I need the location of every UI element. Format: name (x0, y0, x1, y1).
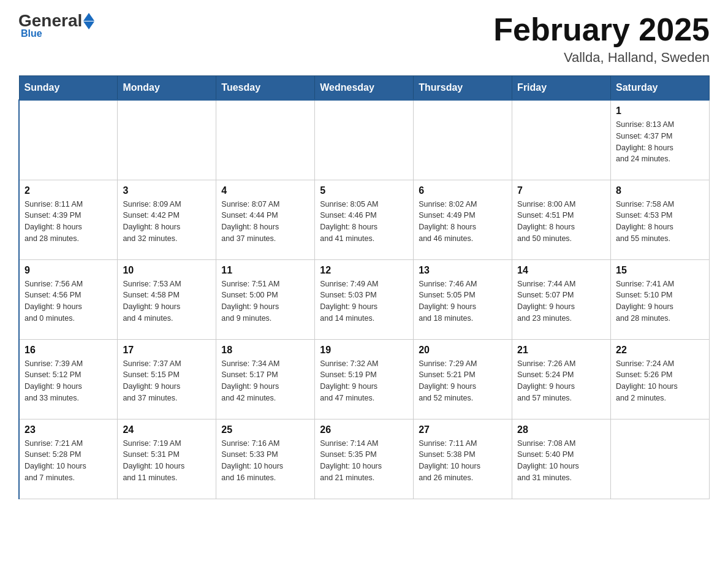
day-number: 9 (25, 265, 112, 276)
day-info: Sunrise: 7:37 AM Sunset: 5:15 PM Dayligh… (123, 358, 211, 404)
page-header: General Blue February 2025 Vallda, Halla… (18, 12, 710, 66)
location: Vallda, Halland, Sweden (493, 50, 710, 66)
header-row: SundayMondayTuesdayWednesdayThursdayFrid… (19, 76, 710, 101)
day-info: Sunrise: 7:51 AM Sunset: 5:00 PM Dayligh… (221, 278, 309, 324)
day-info: Sunrise: 7:53 AM Sunset: 4:58 PM Dayligh… (123, 278, 211, 324)
day-number: 22 (616, 345, 704, 356)
title-block: February 2025 Vallda, Halland, Sweden (493, 12, 710, 66)
logo-general: General (18, 12, 82, 29)
header-cell-sunday: Sunday (19, 76, 118, 101)
day-number: 23 (25, 424, 112, 435)
day-cell (512, 100, 611, 180)
day-cell: 7Sunrise: 8:00 AM Sunset: 4:51 PM Daylig… (512, 180, 611, 259)
day-info: Sunrise: 7:19 AM Sunset: 5:31 PM Dayligh… (123, 438, 211, 484)
day-number: 13 (419, 265, 507, 276)
day-number: 26 (320, 424, 408, 435)
week-row-4: 16Sunrise: 7:39 AM Sunset: 5:12 PM Dayli… (19, 339, 710, 419)
logo-triangle-down (83, 21, 94, 29)
day-number: 10 (123, 265, 211, 276)
day-info: Sunrise: 7:44 AM Sunset: 5:07 PM Dayligh… (517, 278, 605, 324)
day-number: 25 (221, 424, 309, 435)
day-cell: 18Sunrise: 7:34 AM Sunset: 5:17 PM Dayli… (216, 339, 315, 419)
calendar-header: SundayMondayTuesdayWednesdayThursdayFrid… (19, 76, 710, 101)
day-cell: 28Sunrise: 7:08 AM Sunset: 5:40 PM Dayli… (512, 419, 611, 499)
day-number: 1 (616, 105, 704, 117)
day-info: Sunrise: 7:58 AM Sunset: 4:53 PM Dayligh… (616, 199, 704, 245)
day-info: Sunrise: 7:32 AM Sunset: 5:19 PM Dayligh… (320, 358, 408, 404)
day-cell: 22Sunrise: 7:24 AM Sunset: 5:26 PM Dayli… (611, 339, 710, 419)
day-cell: 25Sunrise: 7:16 AM Sunset: 5:33 PM Dayli… (216, 419, 315, 499)
day-info: Sunrise: 8:11 AM Sunset: 4:39 PM Dayligh… (25, 199, 112, 245)
day-cell: 12Sunrise: 7:49 AM Sunset: 5:03 PM Dayli… (315, 259, 414, 339)
day-cell: 16Sunrise: 7:39 AM Sunset: 5:12 PM Dayli… (19, 339, 118, 419)
day-number: 27 (419, 424, 507, 435)
day-number: 12 (320, 265, 408, 276)
header-cell-friday: Friday (512, 76, 611, 101)
day-info: Sunrise: 8:07 AM Sunset: 4:44 PM Dayligh… (221, 199, 309, 245)
day-number: 15 (616, 265, 704, 276)
header-cell-wednesday: Wednesday (315, 76, 414, 101)
day-cell: 20Sunrise: 7:29 AM Sunset: 5:21 PM Dayli… (414, 339, 512, 419)
day-cell: 27Sunrise: 7:11 AM Sunset: 5:38 PM Dayli… (414, 419, 512, 499)
day-cell (414, 100, 512, 180)
day-number: 4 (221, 185, 309, 196)
day-info: Sunrise: 7:49 AM Sunset: 5:03 PM Dayligh… (320, 278, 408, 324)
day-cell: 5Sunrise: 8:05 AM Sunset: 4:46 PM Daylig… (315, 180, 414, 259)
header-cell-monday: Monday (118, 76, 216, 101)
day-info: Sunrise: 7:34 AM Sunset: 5:17 PM Dayligh… (221, 358, 309, 404)
day-info: Sunrise: 7:41 AM Sunset: 5:10 PM Dayligh… (616, 278, 704, 324)
day-cell: 14Sunrise: 7:44 AM Sunset: 5:07 PM Dayli… (512, 259, 611, 339)
day-cell: 9Sunrise: 7:56 AM Sunset: 4:56 PM Daylig… (19, 259, 118, 339)
day-info: Sunrise: 7:39 AM Sunset: 5:12 PM Dayligh… (25, 358, 112, 404)
day-cell (118, 100, 216, 180)
day-number: 5 (320, 185, 408, 196)
logo-blue: Blue (21, 28, 42, 39)
day-cell: 26Sunrise: 7:14 AM Sunset: 5:35 PM Dayli… (315, 419, 414, 499)
day-cell: 11Sunrise: 7:51 AM Sunset: 5:00 PM Dayli… (216, 259, 315, 339)
week-row-1: 1Sunrise: 8:13 AM Sunset: 4:37 PM Daylig… (19, 100, 710, 180)
week-row-3: 9Sunrise: 7:56 AM Sunset: 4:56 PM Daylig… (19, 259, 710, 339)
week-row-5: 23Sunrise: 7:21 AM Sunset: 5:28 PM Dayli… (19, 419, 710, 499)
day-cell (315, 100, 414, 180)
calendar-table: SundayMondayTuesdayWednesdayThursdayFrid… (18, 75, 710, 499)
day-info: Sunrise: 8:13 AM Sunset: 4:37 PM Dayligh… (616, 119, 704, 165)
day-cell: 2Sunrise: 8:11 AM Sunset: 4:39 PM Daylig… (19, 180, 118, 259)
day-number: 2 (25, 185, 112, 196)
day-info: Sunrise: 8:00 AM Sunset: 4:51 PM Dayligh… (517, 199, 605, 245)
day-cell: 6Sunrise: 8:02 AM Sunset: 4:49 PM Daylig… (414, 180, 512, 259)
day-info: Sunrise: 8:02 AM Sunset: 4:49 PM Dayligh… (419, 199, 507, 245)
day-cell (611, 419, 710, 499)
day-cell: 3Sunrise: 8:09 AM Sunset: 4:42 PM Daylig… (118, 180, 216, 259)
day-cell: 24Sunrise: 7:19 AM Sunset: 5:31 PM Dayli… (118, 419, 216, 499)
day-cell: 17Sunrise: 7:37 AM Sunset: 5:15 PM Dayli… (118, 339, 216, 419)
day-info: Sunrise: 7:29 AM Sunset: 5:21 PM Dayligh… (419, 358, 507, 404)
day-info: Sunrise: 7:16 AM Sunset: 5:33 PM Dayligh… (221, 438, 309, 484)
day-number: 11 (221, 265, 309, 276)
day-number: 16 (25, 345, 112, 356)
day-number: 8 (616, 185, 704, 196)
day-cell (19, 100, 118, 180)
day-cell: 15Sunrise: 7:41 AM Sunset: 5:10 PM Dayli… (611, 259, 710, 339)
day-number: 3 (123, 185, 211, 196)
day-info: Sunrise: 7:46 AM Sunset: 5:05 PM Dayligh… (419, 278, 507, 324)
day-cell: 4Sunrise: 8:07 AM Sunset: 4:44 PM Daylig… (216, 180, 315, 259)
day-number: 19 (320, 345, 408, 356)
header-cell-saturday: Saturday (611, 76, 710, 101)
day-number: 18 (221, 345, 309, 356)
day-number: 28 (517, 424, 605, 435)
day-info: Sunrise: 7:24 AM Sunset: 5:26 PM Dayligh… (616, 358, 704, 404)
day-number: 21 (517, 345, 605, 356)
day-cell: 23Sunrise: 7:21 AM Sunset: 5:28 PM Dayli… (19, 419, 118, 499)
day-number: 17 (123, 345, 211, 356)
day-info: Sunrise: 7:11 AM Sunset: 5:38 PM Dayligh… (419, 438, 507, 484)
week-row-2: 2Sunrise: 8:11 AM Sunset: 4:39 PM Daylig… (19, 180, 710, 259)
header-cell-tuesday: Tuesday (216, 76, 315, 101)
logo-triangle-up (83, 13, 94, 21)
day-number: 24 (123, 424, 211, 435)
day-info: Sunrise: 7:14 AM Sunset: 5:35 PM Dayligh… (320, 438, 408, 484)
day-info: Sunrise: 7:56 AM Sunset: 4:56 PM Dayligh… (25, 278, 112, 324)
day-info: Sunrise: 8:05 AM Sunset: 4:46 PM Dayligh… (320, 199, 408, 245)
day-cell: 13Sunrise: 7:46 AM Sunset: 5:05 PM Dayli… (414, 259, 512, 339)
day-cell: 10Sunrise: 7:53 AM Sunset: 4:58 PM Dayli… (118, 259, 216, 339)
logo: General Blue (18, 12, 94, 39)
